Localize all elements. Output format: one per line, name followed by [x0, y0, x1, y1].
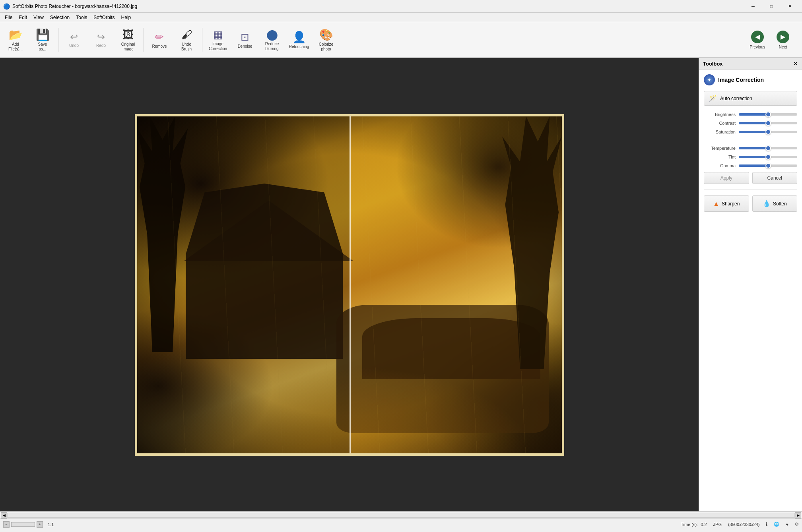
retouching-button[interactable]: 👤 Retouching — [286, 24, 312, 56]
zoom-controls: − + — [3, 521, 43, 528]
menu-file[interactable]: File — [2, 14, 16, 21]
retouching-label: Retouching — [289, 44, 309, 49]
zoom-in-button[interactable]: + — [37, 521, 43, 528]
original-image-icon: 🖼 — [122, 28, 134, 41]
colorize-photo-label: Colorizephoto — [319, 42, 334, 52]
scroll-left-button[interactable]: ◀ — [1, 512, 7, 518]
share-icon[interactable]: ♥ — [786, 522, 788, 527]
undo-brush-label: UndoBrush — [181, 42, 192, 52]
sharpen-button[interactable]: ▲ Sharpen — [704, 195, 749, 212]
contrast-slider[interactable] — [739, 122, 797, 124]
colorize-photo-button[interactable]: 🎨 Colorizephoto — [313, 24, 339, 56]
section-title: Image Correction — [718, 77, 764, 83]
brightness-thumb[interactable] — [765, 112, 771, 117]
brightness-fill — [739, 113, 768, 116]
temperature-row: Temperature — [704, 146, 797, 151]
temperature-fill — [739, 147, 768, 149]
temperature-thumb[interactable] — [765, 145, 771, 151]
menu-help[interactable]: Help — [118, 14, 134, 21]
menu-selection[interactable]: Selection — [47, 14, 73, 21]
sharpen-icon: ▲ — [713, 200, 719, 207]
toolbox-header: Toolbox ✕ — [699, 58, 802, 70]
saturation-row: Saturation — [704, 130, 797, 134]
dimensions-label: (3500x2330x24) — [728, 522, 760, 527]
toolbox-title-area: Toolbox — [703, 61, 723, 67]
previous-button[interactable]: ◀ Previous — [746, 24, 769, 56]
brightness-label: Brightness — [704, 112, 736, 117]
saturation-fill — [739, 131, 768, 133]
menu-softorbits[interactable]: SoftOrbits — [90, 14, 118, 21]
auto-correction-label: Auto correction — [720, 96, 752, 101]
original-image-button[interactable]: 🖼 OriginalImage — [115, 24, 141, 56]
tint-label: Tint — [704, 155, 736, 159]
sharpen-label: Sharpen — [722, 201, 740, 207]
contrast-thumb[interactable] — [765, 120, 771, 126]
photo-frame — [135, 114, 564, 456]
next-arrow: ▶ — [777, 31, 789, 43]
undo-brush-button[interactable]: 🖌 UndoBrush — [173, 24, 200, 56]
main-area: Toolbox ✕ ✦ Image Correction 🪄 Auto corr… — [0, 58, 802, 511]
toolbox-close-button[interactable]: ✕ — [793, 60, 798, 67]
reduce-blurring-button[interactable]: ⬤ Reduceblurring — [259, 24, 285, 56]
remove-button[interactable]: ✏ Remove — [146, 24, 173, 56]
gamma-slider[interactable] — [739, 164, 797, 167]
undo-button[interactable]: ↩ Undo — [61, 24, 87, 56]
tint-slider[interactable] — [739, 156, 797, 158]
brightness-slider[interactable] — [739, 113, 797, 116]
split-line[interactable] — [350, 116, 351, 453]
menu-tools[interactable]: Tools — [73, 14, 90, 21]
scroll-track[interactable] — [7, 513, 795, 518]
minimize-button[interactable]: ─ — [744, 0, 762, 13]
denoise-button[interactable]: ⊡ Denoise — [232, 24, 258, 56]
add-files-label: AddFile(s)... — [8, 42, 23, 52]
image-container — [0, 58, 699, 511]
settings-icon[interactable]: ⚙ — [795, 522, 799, 527]
close-button[interactable]: ✕ — [781, 0, 799, 13]
soften-label: Soften — [773, 201, 787, 207]
save-as-button[interactable]: 💾 Saveas... — [29, 24, 56, 56]
time-label: Time (s): 0.2 — [681, 522, 707, 527]
remove-icon: ✏ — [155, 31, 164, 43]
image-correction-button[interactable]: ▦ ImageCorrection — [205, 24, 231, 56]
temperature-slider[interactable] — [739, 147, 797, 149]
tint-thumb[interactable] — [765, 154, 771, 160]
zoom-track[interactable] — [11, 522, 35, 527]
zoom-out-button[interactable]: − — [3, 521, 10, 528]
cancel-button[interactable]: Cancel — [752, 172, 798, 184]
saturation-thumb[interactable] — [765, 129, 771, 135]
add-files-button[interactable]: 📂 AddFile(s)... — [2, 24, 29, 56]
info-icon[interactable]: ℹ — [766, 522, 767, 527]
saturation-label: Saturation — [704, 130, 736, 134]
statusbar-right: Time (s): 0.2 JPG (3500x2330x24) ℹ 🌐 ♥ ⚙ — [681, 522, 799, 527]
web-icon[interactable]: 🌐 — [774, 522, 779, 527]
apply-button[interactable]: Apply — [704, 172, 749, 184]
colorize-photo-icon: 🎨 — [319, 28, 333, 41]
menu-view[interactable]: View — [30, 14, 47, 21]
canvas-area[interactable] — [0, 58, 699, 511]
previous-arrow: ◀ — [751, 31, 764, 43]
menu-edit[interactable]: Edit — [16, 14, 30, 21]
toolbox-title: Toolbox — [703, 61, 723, 67]
section-header: ✦ Image Correction — [704, 74, 797, 85]
toolbar: 📂 AddFile(s)... 💾 Saveas... ↩ Undo ↪ Red… — [0, 22, 802, 58]
scroll-right-button[interactable]: ▶ — [795, 512, 801, 518]
save-as-label: Saveas... — [38, 42, 47, 52]
next-button[interactable]: ▶ Next — [771, 24, 795, 56]
soften-button[interactable]: 💧 Soften — [752, 195, 798, 212]
saturation-slider[interactable] — [739, 131, 797, 133]
slider-divider — [704, 140, 797, 140]
redo-button[interactable]: ↪ Redo — [88, 24, 114, 56]
statusbar: − + 1:1 Time (s): 0.2 JPG (3500x2330x24)… — [0, 518, 802, 530]
image-correction-icon: ▦ — [213, 29, 223, 41]
next-label: Next — [779, 45, 787, 49]
toolbar-separator-1 — [58, 28, 58, 52]
gamma-thumb[interactable] — [765, 163, 771, 168]
reduce-blurring-label: Reduceblurring — [265, 42, 279, 51]
auto-correction-button[interactable]: 🪄 Auto correction — [704, 91, 797, 106]
app-icon: 🔵 — [3, 3, 10, 10]
maximize-button[interactable]: □ — [762, 0, 781, 13]
original-image-label: OriginalImage — [121, 42, 135, 52]
gamma-fill — [739, 164, 768, 167]
denoise-icon: ⊡ — [241, 31, 249, 43]
save-as-icon: 💾 — [36, 28, 50, 41]
